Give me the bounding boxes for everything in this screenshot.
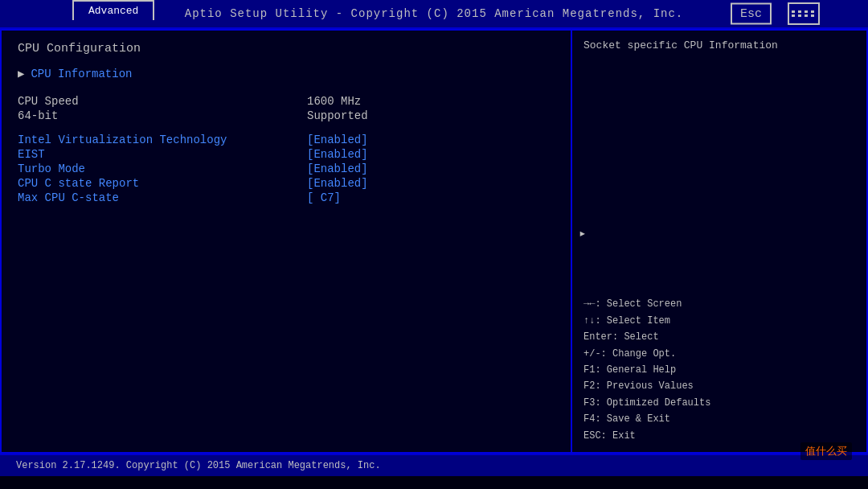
watermark: 值什么买 <box>800 442 852 460</box>
help-select-item: ↑↓: Select Item <box>583 313 855 329</box>
max-c-state-row[interactable]: Max CPU C-state [ C7] <box>18 191 555 204</box>
help-section: →←: Select Screen ↑↓: Select Item Enter:… <box>583 296 855 444</box>
bios-screen: Advanced Aptio Setup Utility - Copyright… <box>0 0 868 489</box>
cpu-speed-value: 1600 MHz <box>307 95 361 108</box>
cpu-speed-row: CPU Speed 1600 MHz <box>18 95 555 108</box>
eist-value: [Enabled] <box>307 148 368 161</box>
cpu-speed-label: CPU Speed <box>18 95 307 108</box>
help-change-opt: +/-: Change Opt. <box>583 346 855 362</box>
c-state-report-label: CPU C state Report <box>18 177 307 190</box>
left-panel: CPU Configuration ▶ CPU Information CPU … <box>2 31 572 452</box>
virtualization-value: [Enabled] <box>307 134 368 146</box>
main-content: CPU Configuration ▶ CPU Information CPU … <box>0 29 868 454</box>
right-panel: Socket specific CPU Information →←: Sele… <box>572 31 866 452</box>
section-title: CPU Configuration <box>18 42 555 55</box>
help-select-screen: →←: Select Screen <box>583 296 855 312</box>
title-bar: Advanced Aptio Setup Utility - Copyright… <box>0 0 868 29</box>
turbo-row[interactable]: Turbo Mode [Enabled] <box>18 162 555 175</box>
max-c-state-label: Max CPU C-state <box>18 191 307 204</box>
c-state-report-row[interactable]: CPU C state Report [Enabled] <box>18 177 555 190</box>
keyboard-icon <box>788 2 820 25</box>
virtualization-row[interactable]: Intel Virtualization Technology [Enabled… <box>18 134 555 146</box>
tab-advanced[interactable]: Advanced <box>72 0 154 20</box>
cpu-info-label: CPU Information <box>31 68 132 80</box>
eist-row[interactable]: EIST [Enabled] <box>18 148 555 161</box>
help-f4: F4: Save & Exit <box>583 411 855 427</box>
right-panel-title: Socket specific CPU Information <box>583 39 855 53</box>
bit64-row: 64-bit Supported <box>18 109 555 122</box>
turbo-label: Turbo Mode <box>18 162 307 175</box>
help-spacer <box>583 66 855 296</box>
menu-arrow-icon: ▶ <box>18 67 24 80</box>
virtualization-label: Intel Virtualization Technology <box>18 134 307 146</box>
c-state-report-value: [Enabled] <box>307 177 368 190</box>
eist-label: EIST <box>18 148 307 161</box>
bottom-bar: Version 2.17.1249. Copyright (C) 2015 Am… <box>0 454 868 476</box>
esc-button[interactable]: Esc <box>731 3 772 25</box>
help-esc: ESC: Exit <box>583 428 855 444</box>
help-enter: Enter: Select <box>583 329 855 345</box>
turbo-value: [Enabled] <box>307 162 368 175</box>
bottom-bar-text: Version 2.17.1249. Copyright (C) 2015 Am… <box>16 460 381 471</box>
cpu-info-menu-item[interactable]: ▶ CPU Information <box>18 65 555 82</box>
help-f3: F3: Optimized Defaults <box>583 395 855 411</box>
bit64-label: 64-bit <box>18 109 307 122</box>
title-text: Aptio Setup Utility - Copyright (C) 2015… <box>185 7 684 20</box>
help-f2: F2: Previous Values <box>583 378 855 394</box>
help-f1: F1: General Help <box>583 362 855 378</box>
max-c-state-value: [ C7] <box>307 191 341 204</box>
bit64-value: Supported <box>307 109 368 122</box>
